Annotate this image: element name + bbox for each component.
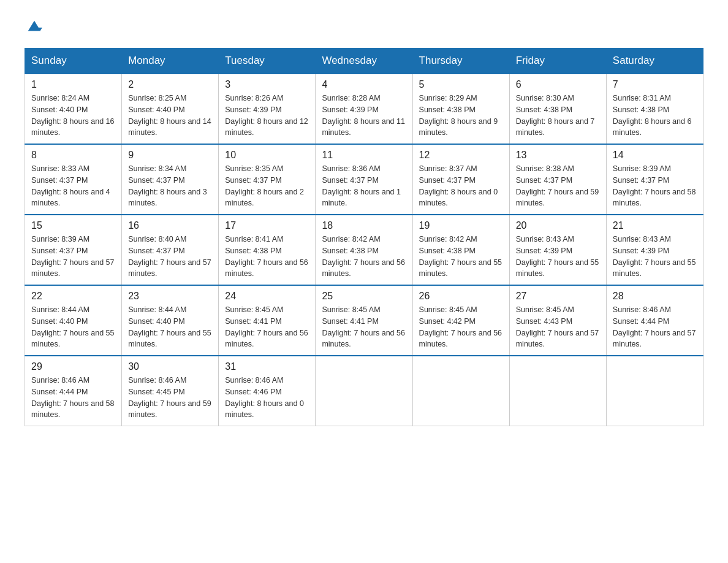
calendar-cell: 6 Sunrise: 8:30 AM Sunset: 4:38 PM Dayli… <box>509 74 606 144</box>
day-number: 26 <box>419 291 503 302</box>
calendar-cell: 5 Sunrise: 8:29 AM Sunset: 4:38 PM Dayli… <box>412 74 509 144</box>
day-info: Sunrise: 8:29 AM Sunset: 4:38 PM Dayligh… <box>419 93 503 139</box>
day-number: 6 <box>516 79 600 90</box>
day-number: 22 <box>31 291 115 302</box>
day-info: Sunrise: 8:38 AM Sunset: 4:37 PM Dayligh… <box>516 163 600 209</box>
calendar-cell: 23 Sunrise: 8:44 AM Sunset: 4:40 PM Dayl… <box>122 285 219 356</box>
day-number: 3 <box>225 79 309 90</box>
calendar-cell: 18 Sunrise: 8:42 AM Sunset: 4:38 PM Dayl… <box>316 215 412 285</box>
calendar-cell: 9 Sunrise: 8:34 AM Sunset: 4:37 PM Dayli… <box>122 144 219 215</box>
day-info: Sunrise: 8:31 AM Sunset: 4:38 PM Dayligh… <box>613 93 697 139</box>
calendar-cell <box>509 356 606 426</box>
header-thursday: Thursday <box>412 48 509 74</box>
day-number: 5 <box>419 79 503 90</box>
week-row-3: 15 Sunrise: 8:39 AM Sunset: 4:37 PM Dayl… <box>25 215 703 285</box>
calendar-table: SundayMondayTuesdayWednesdayThursdayFrid… <box>25 48 703 426</box>
calendar-cell: 25 Sunrise: 8:45 AM Sunset: 4:41 PM Dayl… <box>316 285 412 356</box>
day-info: Sunrise: 8:44 AM Sunset: 4:40 PM Dayligh… <box>128 304 212 350</box>
header-wednesday: Wednesday <box>316 48 412 74</box>
calendar-cell <box>316 356 412 426</box>
day-info: Sunrise: 8:43 AM Sunset: 4:39 PM Dayligh… <box>613 234 697 280</box>
day-info: Sunrise: 8:41 AM Sunset: 4:38 PM Dayligh… <box>225 234 309 280</box>
week-row-5: 29 Sunrise: 8:46 AM Sunset: 4:44 PM Dayl… <box>25 356 703 426</box>
calendar-cell <box>412 356 509 426</box>
calendar-cell: 15 Sunrise: 8:39 AM Sunset: 4:37 PM Dayl… <box>25 215 122 285</box>
week-row-1: 1 Sunrise: 8:24 AM Sunset: 4:40 PM Dayli… <box>25 74 703 144</box>
day-info: Sunrise: 8:28 AM Sunset: 4:39 PM Dayligh… <box>322 93 406 139</box>
day-number: 30 <box>128 361 212 372</box>
day-info: Sunrise: 8:39 AM Sunset: 4:37 PM Dayligh… <box>31 234 115 280</box>
calendar-header-row: SundayMondayTuesdayWednesdayThursdayFrid… <box>25 48 703 74</box>
day-info: Sunrise: 8:44 AM Sunset: 4:40 PM Dayligh… <box>31 304 115 350</box>
svg-marker-0 <box>28 21 41 31</box>
day-info: Sunrise: 8:33 AM Sunset: 4:37 PM Dayligh… <box>31 163 115 209</box>
day-info: Sunrise: 8:46 AM Sunset: 4:44 PM Dayligh… <box>613 304 697 350</box>
day-info: Sunrise: 8:24 AM Sunset: 4:40 PM Dayligh… <box>31 93 115 139</box>
calendar-cell: 1 Sunrise: 8:24 AM Sunset: 4:40 PM Dayli… <box>25 74 122 144</box>
day-info: Sunrise: 8:45 AM Sunset: 4:41 PM Dayligh… <box>322 304 406 350</box>
day-info: Sunrise: 8:45 AM Sunset: 4:43 PM Dayligh… <box>516 304 600 350</box>
week-row-4: 22 Sunrise: 8:44 AM Sunset: 4:40 PM Dayl… <box>25 285 703 356</box>
day-number: 24 <box>225 291 309 302</box>
calendar-cell: 28 Sunrise: 8:46 AM Sunset: 4:44 PM Dayl… <box>606 285 703 356</box>
day-number: 17 <box>225 220 309 231</box>
header-tuesday: Tuesday <box>219 48 316 74</box>
calendar-cell: 12 Sunrise: 8:37 AM Sunset: 4:37 PM Dayl… <box>412 144 509 215</box>
day-number: 15 <box>31 220 115 231</box>
day-info: Sunrise: 8:34 AM Sunset: 4:37 PM Dayligh… <box>128 163 212 209</box>
calendar-cell: 4 Sunrise: 8:28 AM Sunset: 4:39 PM Dayli… <box>316 74 412 144</box>
day-number: 23 <box>128 291 212 302</box>
day-number: 1 <box>31 79 115 90</box>
calendar-cell: 13 Sunrise: 8:38 AM Sunset: 4:37 PM Dayl… <box>509 144 606 215</box>
calendar-cell: 3 Sunrise: 8:26 AM Sunset: 4:39 PM Dayli… <box>219 74 316 144</box>
page-header <box>25 18 703 36</box>
logo-icon <box>26 18 43 36</box>
day-number: 7 <box>613 79 697 90</box>
day-number: 2 <box>128 79 212 90</box>
day-number: 14 <box>613 150 697 161</box>
calendar-cell: 31 Sunrise: 8:46 AM Sunset: 4:46 PM Dayl… <box>219 356 316 426</box>
day-number: 8 <box>31 150 115 161</box>
day-info: Sunrise: 8:46 AM Sunset: 4:45 PM Dayligh… <box>128 375 212 421</box>
day-info: Sunrise: 8:36 AM Sunset: 4:37 PM Dayligh… <box>322 163 406 209</box>
day-info: Sunrise: 8:40 AM Sunset: 4:37 PM Dayligh… <box>128 234 212 280</box>
day-info: Sunrise: 8:43 AM Sunset: 4:39 PM Dayligh… <box>516 234 600 280</box>
day-number: 20 <box>516 220 600 231</box>
calendar-cell: 19 Sunrise: 8:42 AM Sunset: 4:38 PM Dayl… <box>412 215 509 285</box>
day-number: 25 <box>322 291 406 302</box>
calendar-cell: 10 Sunrise: 8:35 AM Sunset: 4:37 PM Dayl… <box>219 144 316 215</box>
calendar-cell: 11 Sunrise: 8:36 AM Sunset: 4:37 PM Dayl… <box>316 144 412 215</box>
day-number: 18 <box>322 220 406 231</box>
calendar-cell: 24 Sunrise: 8:45 AM Sunset: 4:41 PM Dayl… <box>219 285 316 356</box>
day-info: Sunrise: 8:25 AM Sunset: 4:40 PM Dayligh… <box>128 93 212 139</box>
calendar-cell: 8 Sunrise: 8:33 AM Sunset: 4:37 PM Dayli… <box>25 144 122 215</box>
day-number: 4 <box>322 79 406 90</box>
day-number: 21 <box>613 220 697 231</box>
day-info: Sunrise: 8:45 AM Sunset: 4:42 PM Dayligh… <box>419 304 503 350</box>
day-number: 31 <box>225 361 309 372</box>
calendar-cell: 7 Sunrise: 8:31 AM Sunset: 4:38 PM Dayli… <box>606 74 703 144</box>
header-sunday: Sunday <box>25 48 122 74</box>
calendar-cell: 14 Sunrise: 8:39 AM Sunset: 4:37 PM Dayl… <box>606 144 703 215</box>
day-info: Sunrise: 8:30 AM Sunset: 4:38 PM Dayligh… <box>516 93 600 139</box>
day-info: Sunrise: 8:37 AM Sunset: 4:37 PM Dayligh… <box>419 163 503 209</box>
day-number: 9 <box>128 150 212 161</box>
day-number: 11 <box>322 150 406 161</box>
calendar-cell: 30 Sunrise: 8:46 AM Sunset: 4:45 PM Dayl… <box>122 356 219 426</box>
calendar-cell: 29 Sunrise: 8:46 AM Sunset: 4:44 PM Dayl… <box>25 356 122 426</box>
calendar-cell: 20 Sunrise: 8:43 AM Sunset: 4:39 PM Dayl… <box>509 215 606 285</box>
calendar-cell: 17 Sunrise: 8:41 AM Sunset: 4:38 PM Dayl… <box>219 215 316 285</box>
day-number: 29 <box>31 361 115 372</box>
day-info: Sunrise: 8:39 AM Sunset: 4:37 PM Dayligh… <box>613 163 697 209</box>
calendar-cell: 21 Sunrise: 8:43 AM Sunset: 4:39 PM Dayl… <box>606 215 703 285</box>
calendar-cell: 2 Sunrise: 8:25 AM Sunset: 4:40 PM Dayli… <box>122 74 219 144</box>
week-row-2: 8 Sunrise: 8:33 AM Sunset: 4:37 PM Dayli… <box>25 144 703 215</box>
header-saturday: Saturday <box>606 48 703 74</box>
day-info: Sunrise: 8:42 AM Sunset: 4:38 PM Dayligh… <box>419 234 503 280</box>
day-info: Sunrise: 8:26 AM Sunset: 4:39 PM Dayligh… <box>225 93 309 139</box>
day-info: Sunrise: 8:35 AM Sunset: 4:37 PM Dayligh… <box>225 163 309 209</box>
day-info: Sunrise: 8:46 AM Sunset: 4:46 PM Dayligh… <box>225 375 309 421</box>
day-number: 13 <box>516 150 600 161</box>
day-number: 12 <box>419 150 503 161</box>
day-info: Sunrise: 8:42 AM Sunset: 4:38 PM Dayligh… <box>322 234 406 280</box>
